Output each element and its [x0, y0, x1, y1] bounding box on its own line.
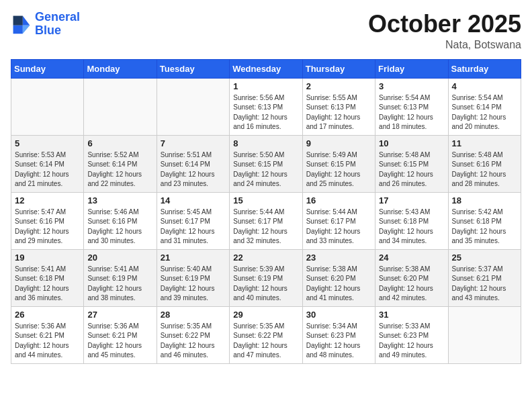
day-info: Sunrise: 5:36 AM Sunset: 6:21 PM Dayligh…: [87, 322, 152, 361]
day-number: 27: [87, 310, 152, 320]
day-info: Sunrise: 5:33 AM Sunset: 6:23 PM Dayligh…: [379, 322, 444, 361]
day-info: Sunrise: 5:56 AM Sunset: 6:13 PM Dayligh…: [233, 93, 298, 132]
day-info: Sunrise: 5:48 AM Sunset: 6:15 PM Dayligh…: [379, 150, 444, 189]
day-number: 6: [87, 138, 152, 148]
calendar-cell: 12Sunrise: 5:47 AM Sunset: 6:16 PM Dayli…: [11, 192, 84, 249]
day-number: 10: [379, 138, 444, 148]
page-header: General Blue October 2025 Nata, Botswana: [11, 11, 521, 51]
day-info: Sunrise: 5:54 AM Sunset: 6:13 PM Dayligh…: [379, 93, 444, 132]
calendar-cell: [157, 78, 229, 135]
calendar-cell: [11, 78, 84, 135]
calendar-cell: 25Sunrise: 5:37 AM Sunset: 6:21 PM Dayli…: [448, 249, 521, 306]
calendar-cell: 20Sunrise: 5:41 AM Sunset: 6:19 PM Dayli…: [84, 249, 157, 306]
day-info: Sunrise: 5:48 AM Sunset: 6:16 PM Dayligh…: [452, 150, 517, 189]
day-number: 25: [452, 253, 517, 263]
weekday-header-row: SundayMondayTuesdayWednesdayThursdayFrid…: [11, 59, 521, 78]
day-number: 7: [161, 138, 226, 148]
calendar-cell: 13Sunrise: 5:46 AM Sunset: 6:16 PM Dayli…: [84, 192, 157, 249]
calendar-week-row: 1Sunrise: 5:56 AM Sunset: 6:13 PM Daylig…: [11, 78, 521, 135]
calendar-week-row: 26Sunrise: 5:36 AM Sunset: 6:21 PM Dayli…: [11, 306, 521, 363]
location: Nata, Botswana: [368, 39, 521, 51]
calendar-cell: 17Sunrise: 5:43 AM Sunset: 6:18 PM Dayli…: [375, 192, 448, 249]
calendar-cell: 21Sunrise: 5:40 AM Sunset: 6:19 PM Dayli…: [157, 249, 229, 306]
day-info: Sunrise: 5:40 AM Sunset: 6:19 PM Dayligh…: [161, 265, 226, 304]
day-info: Sunrise: 5:49 AM Sunset: 6:15 PM Dayligh…: [306, 150, 371, 189]
calendar-table: SundayMondayTuesdayWednesdayThursdayFrid…: [11, 59, 521, 364]
day-info: Sunrise: 5:35 AM Sunset: 6:22 PM Dayligh…: [161, 322, 226, 361]
calendar-cell: 23Sunrise: 5:38 AM Sunset: 6:20 PM Dayli…: [302, 249, 375, 306]
weekday-header-tuesday: Tuesday: [157, 59, 229, 78]
calendar-cell: 8Sunrise: 5:50 AM Sunset: 6:15 PM Daylig…: [230, 135, 302, 192]
day-info: Sunrise: 5:46 AM Sunset: 6:16 PM Dayligh…: [87, 208, 152, 246]
day-info: Sunrise: 5:52 AM Sunset: 6:14 PM Dayligh…: [87, 150, 152, 189]
day-info: Sunrise: 5:38 AM Sunset: 6:20 PM Dayligh…: [306, 265, 371, 304]
calendar-cell: 27Sunrise: 5:36 AM Sunset: 6:21 PM Dayli…: [84, 306, 157, 363]
day-number: 18: [452, 195, 517, 205]
day-info: Sunrise: 5:41 AM Sunset: 6:18 PM Dayligh…: [15, 265, 80, 304]
calendar-cell: 4Sunrise: 5:54 AM Sunset: 6:14 PM Daylig…: [448, 78, 521, 135]
svg-rect-3: [13, 26, 23, 34]
logo-text: General Blue: [35, 11, 80, 38]
calendar-cell: 15Sunrise: 5:44 AM Sunset: 6:17 PM Dayli…: [230, 192, 302, 249]
day-number: 30: [306, 310, 371, 320]
calendar-cell: 11Sunrise: 5:48 AM Sunset: 6:16 PM Dayli…: [448, 135, 521, 192]
calendar-cell: 19Sunrise: 5:41 AM Sunset: 6:18 PM Dayli…: [11, 249, 84, 306]
svg-marker-1: [23, 26, 30, 34]
day-info: Sunrise: 5:53 AM Sunset: 6:14 PM Dayligh…: [15, 150, 80, 189]
day-info: Sunrise: 5:41 AM Sunset: 6:19 PM Dayligh…: [87, 265, 152, 304]
calendar-cell: 7Sunrise: 5:51 AM Sunset: 6:14 PM Daylig…: [157, 135, 229, 192]
svg-rect-2: [13, 15, 23, 25]
day-number: 24: [379, 253, 444, 263]
calendar-cell: 9Sunrise: 5:49 AM Sunset: 6:15 PM Daylig…: [302, 135, 375, 192]
day-info: Sunrise: 5:36 AM Sunset: 6:21 PM Dayligh…: [15, 322, 80, 361]
day-info: Sunrise: 5:51 AM Sunset: 6:14 PM Dayligh…: [161, 150, 226, 189]
day-number: 20: [87, 253, 152, 263]
logo: General Blue: [11, 11, 80, 38]
day-number: 14: [161, 195, 226, 205]
day-number: 26: [15, 310, 80, 320]
day-number: 13: [87, 195, 152, 205]
day-number: 9: [306, 138, 371, 148]
calendar-week-row: 12Sunrise: 5:47 AM Sunset: 6:16 PM Dayli…: [11, 192, 521, 249]
calendar-cell: 29Sunrise: 5:35 AM Sunset: 6:22 PM Dayli…: [230, 306, 302, 363]
day-number: 28: [161, 310, 226, 320]
weekday-header-wednesday: Wednesday: [230, 59, 302, 78]
calendar-cell: 14Sunrise: 5:45 AM Sunset: 6:17 PM Dayli…: [157, 192, 229, 249]
weekday-header-sunday: Sunday: [11, 59, 84, 78]
title-block: October 2025 Nata, Botswana: [368, 11, 521, 51]
weekday-header-friday: Friday: [375, 59, 448, 78]
day-info: Sunrise: 5:47 AM Sunset: 6:16 PM Dayligh…: [15, 208, 80, 246]
day-number: 4: [452, 81, 517, 91]
calendar-cell: 30Sunrise: 5:34 AM Sunset: 6:23 PM Dayli…: [302, 306, 375, 363]
calendar-cell: 24Sunrise: 5:38 AM Sunset: 6:20 PM Dayli…: [375, 249, 448, 306]
calendar-cell: 3Sunrise: 5:54 AM Sunset: 6:13 PM Daylig…: [375, 78, 448, 135]
day-info: Sunrise: 5:35 AM Sunset: 6:22 PM Dayligh…: [233, 322, 298, 361]
day-number: 8: [233, 138, 298, 148]
day-number: 11: [452, 138, 517, 148]
calendar-cell: 6Sunrise: 5:52 AM Sunset: 6:14 PM Daylig…: [84, 135, 157, 192]
calendar-week-row: 5Sunrise: 5:53 AM Sunset: 6:14 PM Daylig…: [11, 135, 521, 192]
calendar-cell: 18Sunrise: 5:42 AM Sunset: 6:18 PM Dayli…: [448, 192, 521, 249]
day-info: Sunrise: 5:34 AM Sunset: 6:23 PM Dayligh…: [306, 322, 371, 361]
day-info: Sunrise: 5:37 AM Sunset: 6:21 PM Dayligh…: [452, 265, 517, 304]
day-number: 12: [15, 195, 80, 205]
day-number: 19: [15, 253, 80, 263]
calendar-cell: 5Sunrise: 5:53 AM Sunset: 6:14 PM Daylig…: [11, 135, 84, 192]
day-number: 16: [306, 195, 371, 205]
day-number: 15: [233, 195, 298, 205]
month-title: October 2025: [368, 11, 521, 38]
day-number: 17: [379, 195, 444, 205]
day-number: 31: [379, 310, 444, 320]
day-number: 29: [233, 310, 298, 320]
day-number: 1: [233, 81, 298, 91]
day-number: 21: [161, 253, 226, 263]
svg-marker-0: [23, 15, 30, 25]
day-info: Sunrise: 5:44 AM Sunset: 6:17 PM Dayligh…: [233, 208, 298, 246]
day-info: Sunrise: 5:44 AM Sunset: 6:17 PM Dayligh…: [306, 208, 371, 246]
day-info: Sunrise: 5:38 AM Sunset: 6:20 PM Dayligh…: [379, 265, 444, 304]
day-number: 2: [306, 81, 371, 91]
day-info: Sunrise: 5:50 AM Sunset: 6:15 PM Dayligh…: [233, 150, 298, 189]
day-info: Sunrise: 5:42 AM Sunset: 6:18 PM Dayligh…: [452, 208, 517, 246]
calendar-cell: 2Sunrise: 5:55 AM Sunset: 6:13 PM Daylig…: [302, 78, 375, 135]
calendar-cell: 28Sunrise: 5:35 AM Sunset: 6:22 PM Dayli…: [157, 306, 229, 363]
